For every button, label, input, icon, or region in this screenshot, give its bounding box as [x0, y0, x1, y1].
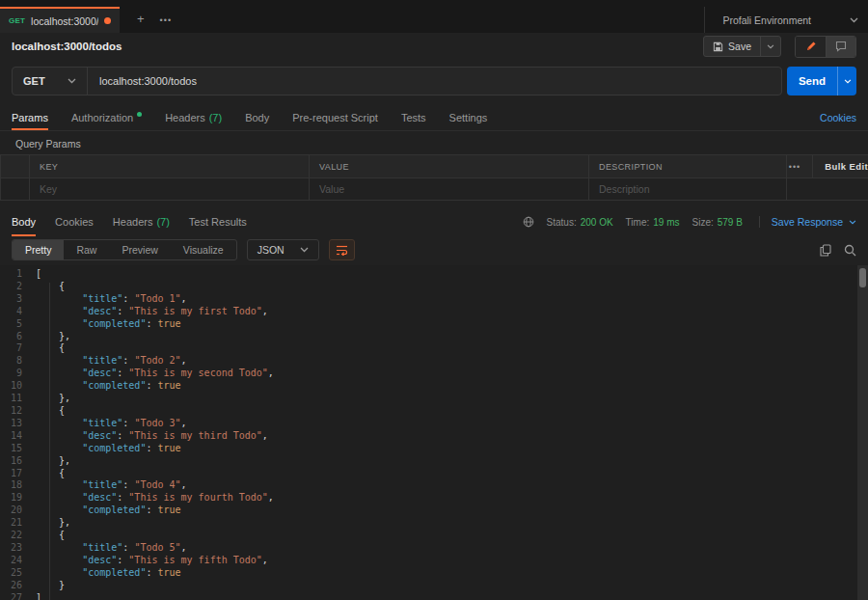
url-box: GET: [12, 67, 782, 95]
param-description-input[interactable]: [599, 183, 776, 195]
response-tab-headers[interactable]: Headers(7): [113, 207, 170, 236]
comments-button[interactable]: [826, 37, 855, 57]
code-line: 21 },: [0, 517, 868, 530]
wrap-lines-button[interactable]: [329, 239, 355, 260]
description-column-header: DESCRIPTION: [589, 155, 787, 178]
params-more-options-button[interactable]: •••: [787, 162, 813, 172]
search-icon: [844, 244, 856, 257]
size-label: Size:: [692, 217, 713, 228]
chevron-down-icon: [300, 247, 309, 253]
tab-settings[interactable]: Settings: [449, 104, 488, 130]
method-selected-label: GET: [23, 75, 45, 87]
save-icon: [713, 41, 723, 52]
copy-response-button[interactable]: [820, 244, 831, 257]
chevron-down-icon: [849, 220, 856, 225]
save-button-label: Save: [728, 41, 751, 52]
request-title: localhost:3000/todos: [12, 41, 122, 52]
response-tab-test-results[interactable]: Test Results: [189, 207, 247, 236]
code-line: 11 },: [0, 393, 868, 405]
param-value-input[interactable]: [319, 183, 579, 195]
scrollbar-thumb[interactable]: [859, 268, 866, 287]
response-header: Body Cookies Headers(7) Test Results Sta…: [0, 207, 868, 236]
code-line: 6 },: [0, 331, 868, 343]
tab-tests[interactable]: Tests: [401, 104, 426, 130]
status-value: 200 OK: [581, 217, 613, 228]
view-preview-button[interactable]: Preview: [109, 240, 170, 259]
tab-headers[interactable]: Headers(7): [165, 104, 222, 130]
query-params-label: Query Params: [0, 131, 868, 154]
code-line: 20 "completed": true: [0, 505, 868, 517]
code-line: 25 "completed": true: [0, 567, 868, 580]
save-response-button[interactable]: Save Response: [759, 216, 856, 228]
query-params-table: KEY VALUE DESCRIPTION ••• Bulk Edit: [0, 154, 868, 201]
row-handle-cell: [1, 178, 30, 201]
size-value: 579 B: [718, 217, 743, 228]
tab-strip: GET localhost:3000/to... + ••• Profali E…: [0, 0, 868, 33]
code-line: 26 }: [0, 580, 868, 592]
code-line: 16 },: [0, 455, 868, 468]
time-value: 19 ms: [653, 217, 679, 228]
row-actions-cell: [787, 178, 868, 201]
response-toolbar: Pretty Raw Preview Visualize JSON: [0, 236, 868, 263]
code-line: 5 "completed": true: [0, 318, 868, 331]
new-tab-button[interactable]: +: [137, 13, 145, 25]
tab-body[interactable]: Body: [245, 104, 269, 130]
request-header: localhost:3000/todos Save: [0, 33, 868, 60]
response-view-switcher: Pretty Raw Preview Visualize: [12, 239, 237, 260]
tab-method-label: GET: [9, 16, 25, 25]
save-options-button[interactable]: [760, 37, 780, 56]
request-tabs: Params Authorization Headers(7) Body Pre…: [0, 104, 868, 131]
code-line: 12 {: [0, 405, 868, 418]
method-selector[interactable]: GET: [13, 68, 88, 95]
param-key-input[interactable]: [40, 183, 299, 195]
value-column-header: VALUE: [310, 155, 589, 178]
environment-name: Profali Environment: [722, 14, 811, 26]
tab-authorization[interactable]: Authorization: [71, 104, 142, 130]
view-visualize-button[interactable]: Visualize: [171, 240, 236, 259]
request-tab[interactable]: GET localhost:3000/to...: [0, 7, 120, 33]
tab-pre-request-script[interactable]: Pre-request Script: [292, 104, 378, 130]
code-line: 3 "title": "Todo 1",: [0, 293, 868, 306]
code-line: 22 {: [0, 530, 868, 542]
tab-options-button[interactable]: •••: [160, 16, 172, 25]
chevron-down-icon: [844, 79, 852, 84]
code-line: 7 {: [0, 342, 868, 355]
search-response-button[interactable]: [844, 244, 856, 257]
view-raw-button[interactable]: Raw: [64, 240, 109, 259]
response-tab-body[interactable]: Body: [12, 207, 36, 236]
indent-guide: [49, 283, 50, 600]
code-line: 8 "title": "Todo 2",: [0, 355, 868, 368]
comment-icon: [835, 41, 847, 52]
environment-selector[interactable]: Profali Environment: [704, 7, 858, 33]
cookies-link[interactable]: Cookies: [820, 112, 856, 123]
code-line: 27]: [0, 592, 868, 600]
copy-icon: [820, 244, 831, 257]
format-selected-label: JSON: [258, 244, 285, 256]
doc-comment-toggle: [795, 36, 856, 58]
code-line: 1[: [0, 268, 868, 281]
url-input[interactable]: [88, 75, 781, 87]
edit-documentation-button[interactable]: [796, 37, 826, 57]
view-pretty-button[interactable]: Pretty: [13, 240, 64, 259]
response-tab-cookies[interactable]: Cookies: [55, 207, 94, 236]
bulk-edit-button[interactable]: Bulk Edit: [812, 155, 868, 177]
code-line: 23 "title": "Todo 5",: [0, 542, 868, 555]
code-line: 14 "desc": "This is my third Todo",: [0, 430, 868, 443]
key-column-header: KEY: [30, 155, 310, 178]
send-options-button[interactable]: [837, 67, 856, 95]
code-line: 18 "title": "Todo 4",: [0, 479, 868, 492]
auth-configured-dot-icon: [137, 112, 142, 117]
chevron-down-icon: [850, 17, 858, 23]
send-button[interactable]: Send: [787, 67, 856, 95]
format-selector[interactable]: JSON: [247, 239, 319, 260]
chevron-down-icon: [68, 78, 76, 84]
table-header-row: KEY VALUE DESCRIPTION ••• Bulk Edit: [1, 155, 868, 178]
scrollbar-track[interactable]: [857, 265, 868, 600]
request-url-bar: GET Send: [0, 60, 868, 104]
time-label: Time:: [626, 217, 650, 228]
response-body-editor[interactable]: 1[2 {3 "title": "Todo 1",4 "desc": "This…: [0, 265, 868, 600]
chevron-down-icon: [767, 44, 774, 49]
tab-params[interactable]: Params: [12, 104, 48, 130]
save-button[interactable]: Save: [703, 36, 781, 57]
wrap-lines-icon: [336, 245, 348, 256]
